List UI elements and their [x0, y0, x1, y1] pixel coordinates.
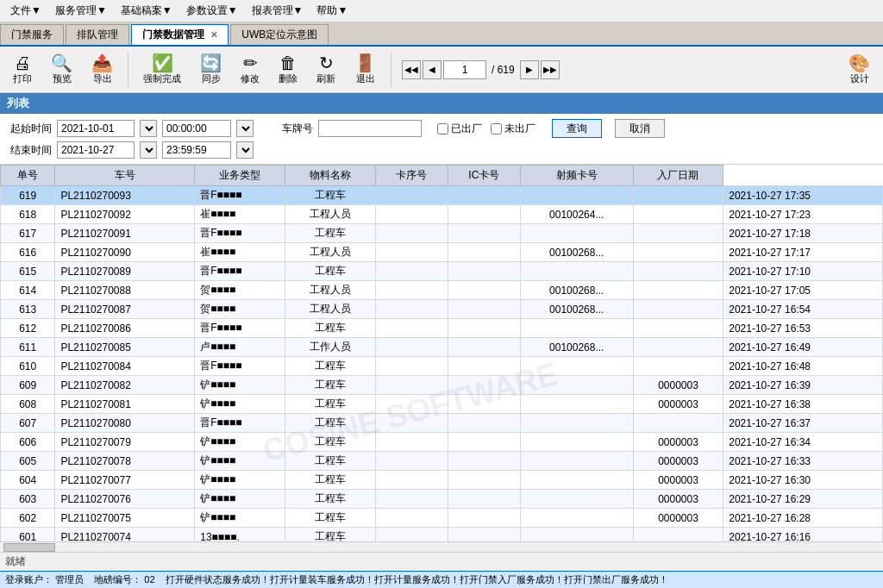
menu-help[interactable]: 帮助▼	[310, 2, 354, 20]
nav-next-button[interactable]: ▶	[520, 60, 539, 79]
preview-label: 预览	[53, 72, 72, 85]
table-row[interactable]: 617PL2110270091晋F■■■■工程车2021-10-27 17:18	[1, 224, 883, 243]
end-time-input[interactable]	[162, 141, 231, 159]
preview-button[interactable]: 🔍 预览	[43, 50, 80, 89]
col-num: 单号	[1, 166, 55, 186]
table-row[interactable]: 613PL2110270087贺■■■■工程人员00100268...2021-…	[1, 300, 883, 319]
delete-label: 删除	[279, 72, 297, 85]
page-number-input[interactable]	[443, 60, 486, 79]
table-row[interactable]: 603PL2110270076铲■■■■工程车00000032021-10-27…	[1, 490, 883, 509]
start-date-input[interactable]	[57, 120, 135, 137]
table-cell: 2021-10-27 16:33	[723, 452, 883, 471]
start-date-select[interactable]: ▼	[140, 120, 157, 137]
col-car-id: 车号	[55, 166, 195, 186]
tab-close-gate-data[interactable]: ✕	[210, 30, 217, 40]
plate-input[interactable]	[318, 120, 422, 137]
table-row[interactable]: 608PL2110270081铲■■■■工程车00000032021-10-27…	[1, 395, 883, 414]
table-row[interactable]: 612PL2110270086晋F■■■■工程车2021-10-27 16:53	[1, 319, 883, 338]
table-cell: 工程车	[285, 186, 376, 205]
cancel-button[interactable]: 取消	[615, 119, 665, 138]
table-row[interactable]: 610PL2110270084晋F■■■■工程车2021-10-27 16:48	[1, 357, 883, 376]
table-cell: 0000003	[633, 509, 723, 528]
start-time-input[interactable]	[162, 120, 231, 137]
table-row[interactable]: 609PL2110270082铲■■■■工程车00000032021-10-27…	[1, 376, 883, 395]
scroll-bar-h[interactable]	[0, 541, 883, 552]
table-cell: 工程车	[285, 319, 376, 338]
tab-gate-service[interactable]: 门禁服务	[0, 24, 64, 45]
tab-uwb[interactable]: UWB定位示意图	[230, 24, 329, 45]
col-rfid: 射频卡号	[520, 166, 633, 186]
table-cell: PL2110270081	[55, 395, 195, 414]
design-button[interactable]: 🎨 设计	[841, 50, 878, 89]
table-cell	[633, 319, 723, 338]
table-row[interactable]: 611PL2110270085卢■■■■工作人员00100268...2021-…	[1, 338, 883, 357]
refresh-button[interactable]: ↻ 刷新	[309, 50, 343, 89]
table-cell	[375, 395, 448, 414]
sync-button[interactable]: 🔄 同步	[192, 50, 229, 89]
table-cell: PL2110270093	[55, 186, 195, 205]
print-button[interactable]: 🖨 打印	[5, 50, 40, 89]
checkbox-in[interactable]: 未出厂	[491, 122, 535, 136]
export-button[interactable]: 📤 导出	[84, 50, 121, 89]
delete-button[interactable]: 🗑 删除	[271, 50, 305, 89]
table-cell	[375, 338, 448, 357]
end-time-select[interactable]: ▼	[236, 141, 254, 159]
refresh-label: 刷新	[316, 72, 335, 85]
menu-file[interactable]: 文件▼	[3, 2, 48, 20]
nav-controls: ◀◀ ◀ / 619 ▶ ▶▶	[402, 60, 560, 79]
edit-button[interactable]: ✏ 修改	[233, 50, 267, 89]
menu-service[interactable]: 服务管理▼	[48, 2, 114, 20]
nav-prev-button[interactable]: ◀	[423, 60, 442, 79]
table-cell	[520, 471, 633, 490]
table-row[interactable]: 616PL2110270090崔■■■■工程人员00100268...2021-…	[1, 243, 883, 262]
table-cell: 工作人员	[285, 338, 376, 357]
print-icon: 🖨	[14, 53, 31, 72]
table-row[interactable]: 618PL2110270092崔■■■■工程人员00100264...2021-…	[1, 205, 883, 224]
exit-button[interactable]: 🚪 退出	[347, 50, 384, 89]
table-row[interactable]: 614PL2110270088贺■■■■工程人员00100268...2021-…	[1, 281, 883, 300]
complete-button[interactable]: ✅ 强制完成	[135, 50, 189, 89]
table-cell: PL2110270092	[55, 205, 195, 224]
end-date-select[interactable]: ▼	[140, 141, 157, 159]
checkbox-out[interactable]: 已出厂	[437, 122, 482, 136]
table-row[interactable]: 604PL2110270077铲■■■■工程车00000032021-10-27…	[1, 471, 883, 490]
table-cell	[520, 376, 633, 395]
table-container[interactable]: 单号 车号 业务类型 物料名称 卡序号 IC卡号 射频卡号 入厂日期 619PL…	[0, 165, 883, 541]
filter-area: 起始时间 ▼ ▼ 车牌号 已出厂 未出厂	[0, 114, 883, 165]
menu-basic[interactable]: 基础稿案▼	[114, 2, 179, 20]
table-cell: 605	[1, 452, 55, 471]
table-row[interactable]: 607PL2110270080晋F■■■■工程车2021-10-27 16:37	[1, 414, 883, 433]
table-cell: PL2110270075	[55, 509, 195, 528]
tab-queue[interactable]: 排队管理	[66, 24, 129, 45]
table-row[interactable]: 619PL2110270093晋F■■■■工程车2021-10-27 17:35	[1, 186, 883, 205]
start-time-select[interactable]: ▼	[236, 120, 254, 137]
table-cell	[448, 205, 520, 224]
table-cell	[375, 319, 448, 338]
print-label: 打印	[13, 72, 32, 85]
table-header-row: 单号 车号 业务类型 物料名称 卡序号 IC卡号 射频卡号 入厂日期	[1, 166, 883, 186]
table-row[interactable]: 606PL2110270079铲■■■■工程车00000032021-10-27…	[1, 433, 883, 452]
table-cell: 贺■■■■	[195, 281, 285, 300]
nav-first-button[interactable]: ◀◀	[402, 60, 421, 79]
table-cell: 608	[1, 395, 55, 414]
table-row[interactable]: 602PL2110270075铲■■■■工程车00000032021-10-27…	[1, 509, 883, 528]
main-container: 文件▼ 服务管理▼ 基础稿案▼ 参数设置▼ 报表管理▼ 帮助▼ 门禁服务 排队管…	[0, 0, 883, 588]
design-label: 设计	[850, 72, 869, 85]
table-row[interactable]: 605PL2110270078铲■■■■工程车00000032021-10-27…	[1, 452, 883, 471]
checkbox-in-input[interactable]	[491, 123, 502, 134]
table-cell	[633, 281, 723, 300]
edit-label: 修改	[241, 72, 260, 85]
checkbox-out-input[interactable]	[437, 123, 448, 134]
menu-report[interactable]: 报表管理▼	[245, 2, 310, 20]
menu-params[interactable]: 参数设置▼	[179, 2, 245, 20]
export-icon: 📤	[91, 53, 113, 72]
end-date-input[interactable]	[57, 141, 135, 159]
table-cell	[448, 452, 520, 471]
tab-gate-data[interactable]: 门禁数据管理 ✕	[131, 24, 229, 45]
table-row[interactable]: 615PL2110270089晋F■■■■工程车2021-10-27 17:10	[1, 262, 883, 281]
table-cell: 2021-10-27 16:16	[723, 528, 883, 542]
table-cell: 工程车	[285, 224, 376, 243]
query-button[interactable]: 查询	[552, 119, 602, 138]
table-row[interactable]: 601PL211027007413■■■■.工程车2021-10-27 16:1…	[1, 528, 883, 542]
nav-last-button[interactable]: ▶▶	[541, 60, 560, 79]
